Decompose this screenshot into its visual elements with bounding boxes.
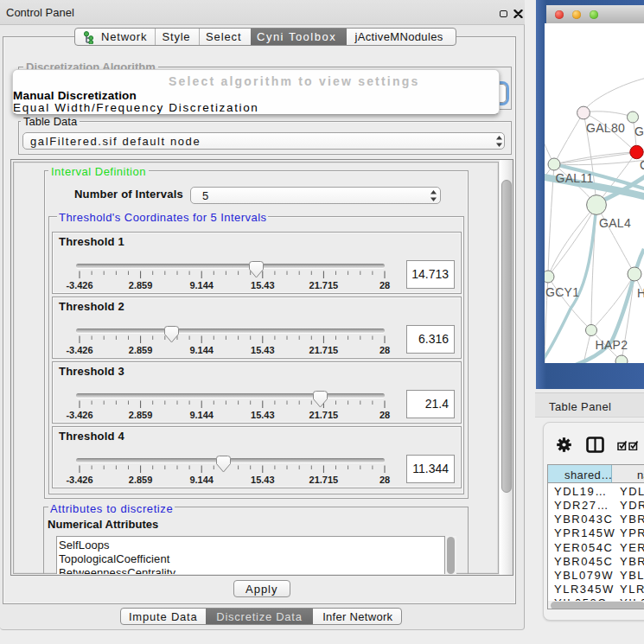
svg-text:GCY1: GCY1 [545, 285, 579, 299]
svg-text:C: C [640, 158, 644, 172]
svg-text:GAL80: GAL80 [586, 121, 625, 135]
svg-text:HAP2: HAP2 [596, 338, 628, 352]
svg-text:GAL4: GAL4 [599, 216, 631, 230]
svg-text:GA: GA [634, 124, 644, 138]
svg-text:GAL11: GAL11 [556, 171, 594, 185]
svg-text:H: H [637, 286, 644, 300]
